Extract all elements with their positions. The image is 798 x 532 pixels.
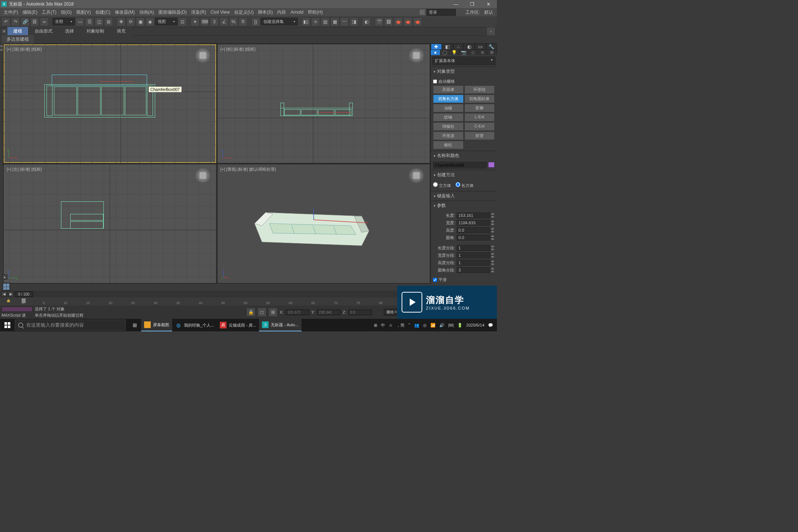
menu-edit[interactable]: 编辑(E) <box>20 8 40 16</box>
auto-grid-checkbox[interactable] <box>433 79 437 83</box>
isolate-button[interactable]: ◻ <box>258 308 266 317</box>
task-3dsmax[interactable]: 3无标题 - Auto... <box>259 319 301 331</box>
object-name-input[interactable] <box>433 162 487 168</box>
move-button[interactable]: ✥ <box>117 17 126 26</box>
utilities-tab[interactable]: 🔧 <box>486 44 497 50</box>
select-name-button[interactable]: ☰ <box>85 17 94 26</box>
obj-ringwave[interactable]: 环形波 <box>433 132 464 140</box>
rollout-params[interactable]: 参数 <box>431 201 497 210</box>
menu-tools[interactable]: 工具(T) <box>40 8 58 16</box>
frame-readout[interactable]: 0 / 100 <box>15 291 33 297</box>
systems-subtab[interactable]: ⚙ <box>487 50 497 55</box>
motion-tab[interactable]: ◐ <box>464 44 475 50</box>
coord-z[interactable] <box>348 310 372 315</box>
manipulate-button[interactable]: ✦ <box>191 17 200 26</box>
menu-arnold[interactable]: Arnold <box>288 9 306 16</box>
render-setup-button[interactable]: 🎬 <box>375 17 383 26</box>
viewport-label[interactable]: [+] [前] [标准] [线框] <box>221 47 256 52</box>
tray-people[interactable]: 👥 <box>414 323 419 328</box>
task-screenshot[interactable]: 屏幕截图 <box>141 319 172 331</box>
viewcube[interactable] <box>408 167 424 184</box>
viewcube[interactable] <box>408 47 424 64</box>
method-cube-radio[interactable]: 立方体 <box>433 182 451 188</box>
redo-button[interactable]: ↷ <box>11 17 20 26</box>
viewcube[interactable] <box>195 167 211 184</box>
start-button[interactable] <box>0 319 15 331</box>
obj-hedra[interactable]: 异面体 <box>433 85 464 94</box>
curve-editor-button[interactable]: 〰 <box>340 17 349 26</box>
ribbon-populate[interactable]: 填充 <box>111 27 132 35</box>
render-prod-button[interactable]: 🫖 <box>403 17 412 26</box>
menu-civil[interactable]: Civil View <box>208 9 232 16</box>
tray-chevron[interactable]: ˄ <box>408 323 410 328</box>
viewport-front[interactable]: [+] [前] [标准] [线框] xz <box>218 44 430 163</box>
window-crossing-button[interactable]: ⊞ <box>104 17 113 26</box>
menu-file[interactable]: 文件(F) <box>1 8 20 16</box>
selection-filter[interactable]: 全部 <box>52 18 75 25</box>
system-tray[interactable]: ⊞ 中 ☺ ，简 ˄ 👥 ◎ 📶 🔊 |M| 🔋 2020/6/14 💬 <box>370 323 497 328</box>
viewport-left[interactable]: [+] [左] [标准] [线框] yz <box>4 164 216 283</box>
ribbon-selection[interactable]: 选择 <box>59 27 80 35</box>
space-warps-subtab[interactable]: ≋ <box>478 50 488 55</box>
snap-toggle-button[interactable]: 3 <box>210 17 219 26</box>
menu-script[interactable]: 脚本(S) <box>256 8 275 16</box>
render-iter-button[interactable]: 🫖 <box>413 17 422 26</box>
wseg-input[interactable] <box>457 252 490 258</box>
obj-hose[interactable]: 软管 <box>464 132 495 140</box>
cameras-subtab[interactable]: 📷 <box>459 50 469 55</box>
obj-chamfercyl[interactable]: 切角圆柱体 <box>464 95 495 103</box>
lock-selection-button[interactable]: 🔒 <box>246 308 255 317</box>
hierarchy-tab[interactable]: ⛬ <box>453 44 464 50</box>
bind-button[interactable]: ∞ <box>40 17 49 26</box>
named-set-button[interactable]: {} <box>251 17 260 26</box>
height-input[interactable] <box>457 227 490 233</box>
tray-date[interactable]: 2020/6/14 <box>466 323 484 328</box>
maximize-button[interactable]: ❐ <box>467 1 478 7</box>
transform-typein-button[interactable]: ⊞ <box>269 308 277 317</box>
tl-fwd-button[interactable]: ▶ <box>8 291 13 297</box>
ribbon-freeform[interactable]: 自由形式 <box>29 27 58 35</box>
tray-comma[interactable]: ，简 <box>396 323 405 328</box>
menu-help[interactable]: 帮助(H) <box>306 8 325 16</box>
modify-tab[interactable]: ◧ <box>442 44 453 50</box>
rollout-create-method[interactable]: 创建方法 <box>431 170 497 180</box>
method-box-radio[interactable]: 长方体 <box>456 182 474 188</box>
workspace-value[interactable]: 默认 <box>482 9 495 16</box>
viewport-label[interactable]: [+] [顶] [标准] [线框] <box>7 47 42 52</box>
tray-wifi[interactable]: 📶 <box>430 323 436 328</box>
tray-m[interactable]: |M| <box>448 323 454 327</box>
keyboard-button[interactable]: ⌨ <box>200 17 209 26</box>
scale-button[interactable]: ▣ <box>136 17 145 26</box>
task-edge[interactable]: ◍我的经验_个人... <box>172 319 217 331</box>
rollout-object-type[interactable]: 对象类型 <box>431 66 497 76</box>
length-input[interactable] <box>457 212 490 218</box>
toggle-ribbon-button[interactable]: ▦ <box>330 17 339 26</box>
select-button[interactable]: ▭ <box>75 17 84 26</box>
object-color-swatch[interactable] <box>488 162 495 168</box>
display-tab[interactable]: ▭ <box>475 44 486 50</box>
angle-snap-button[interactable]: ∠ <box>219 17 228 26</box>
rollout-name-color[interactable]: 名称和颜色 <box>431 151 497 160</box>
shapes-subtab[interactable]: ◯ <box>440 50 450 55</box>
obj-torus-knot[interactable]: 环形结 <box>464 85 495 94</box>
close-button[interactable]: ✕ <box>483 1 494 7</box>
menu-rendering[interactable]: 渲染(R) <box>189 8 208 16</box>
menu-modifiers[interactable]: 修改器(M) <box>113 8 137 16</box>
material-editor-button[interactable]: ◐ <box>362 17 371 26</box>
spinner-snap-button[interactable]: ⥁ <box>239 17 248 26</box>
layer-button[interactable]: ▤ <box>321 17 330 26</box>
obj-l-ext[interactable]: L-Ext <box>464 113 495 122</box>
pivot-button[interactable]: ⊡ <box>178 17 187 26</box>
track-key-icon[interactable] <box>7 299 10 303</box>
tray-ime[interactable]: ⊞ <box>374 323 377 328</box>
hseg-input[interactable] <box>457 260 490 266</box>
scene-explorer-collapsed[interactable] <box>0 44 3 284</box>
user-icon[interactable] <box>420 10 425 15</box>
schematic-button[interactable]: ◨ <box>349 17 358 26</box>
lseg-input[interactable] <box>457 245 490 251</box>
tray-1[interactable]: ◎ <box>423 323 427 328</box>
menu-views[interactable]: 视图(V) <box>74 8 93 16</box>
script-listener[interactable] <box>1 307 33 312</box>
obj-spindle[interactable]: 纺锤 <box>433 113 464 122</box>
task-music[interactable]: 易云烟成雨 - 房... <box>217 319 259 331</box>
